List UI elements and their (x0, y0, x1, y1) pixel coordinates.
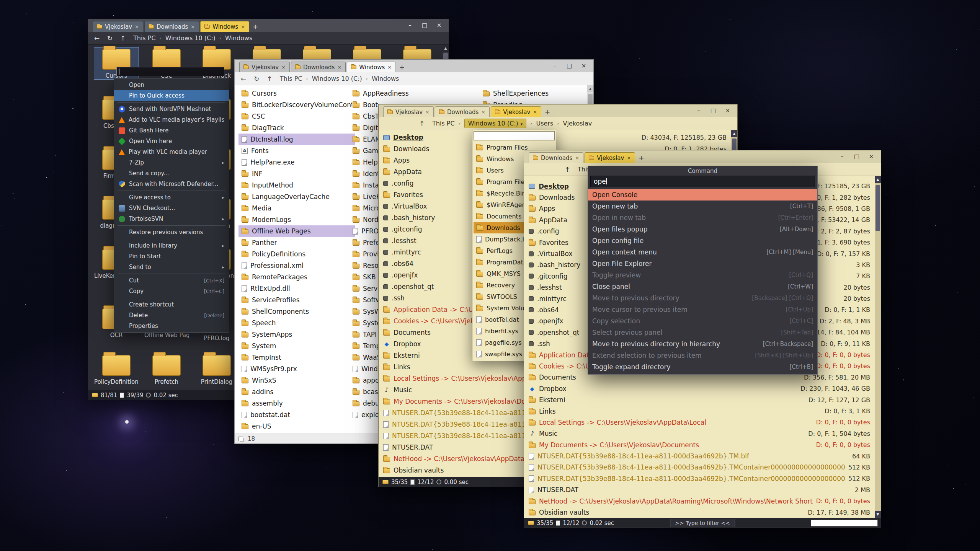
new-tab-button[interactable]: + (542, 107, 552, 117)
file-row-nethood[interactable]: NetHood -> C:\Users\Vjekoslav\AppData\Ro… (524, 496, 875, 507)
scroll-up-icon[interactable]: ▲ (875, 176, 881, 183)
file-row-rtlexupd-dll[interactable]: RtlExUpd.dll (238, 283, 355, 294)
file-row-serviceprofiles[interactable]: ServiceProfiles (238, 294, 355, 306)
file-row-helppane-exe[interactable]: HelpPane.exe (238, 156, 355, 168)
menu-item-open[interactable]: Open (114, 80, 229, 90)
menu-item-include-in-library[interactable]: Include in library▸ (114, 240, 229, 251)
file-row-tempinst[interactable]: TempInst (238, 352, 355, 363)
menu-item-restore-previous-versions[interactable]: Restore previous versions (114, 227, 229, 238)
breadcrumb-windows[interactable]: Windows (372, 75, 399, 82)
tab-downloads[interactable]: Downloads× (529, 152, 583, 163)
file-row-speech[interactable]: Speech (238, 317, 355, 329)
file-row-system[interactable]: System (238, 340, 355, 352)
breadcrumb-vjekoslav[interactable]: Vjekoslav (563, 120, 592, 127)
file-row-shellexperiences[interactable]: ShellExperiences (480, 88, 593, 99)
win4-scrollbar[interactable]: ▲▼ (875, 176, 881, 518)
tab-vjekoslav[interactable]: Vjekoslav× (491, 106, 541, 117)
up-button[interactable]: ↑ (417, 120, 427, 127)
tab-close-icon[interactable]: × (135, 24, 139, 29)
tab-close-icon[interactable]: × (241, 24, 245, 29)
file-row-ntuser-dat-53b39e88-18c4-11ea-a811-000d3aa4692b-tm-blf[interactable]: NTUSER.DAT{53b39e88-18c4-11ea-a811-000d3… (524, 450, 875, 461)
new-tab-button[interactable]: + (250, 22, 260, 32)
file-row-panther[interactable]: Panther (238, 237, 355, 248)
new-tab-button[interactable]: + (636, 153, 646, 163)
file-row-music[interactable]: ♪MusicD: 0, F: 1, 504 bytes (524, 428, 875, 439)
scroll-up-icon[interactable]: ▲ (443, 45, 449, 52)
file-row-dtcinstall-log[interactable]: DtcInstall.log (238, 134, 355, 145)
win3-titlebar[interactable]: Vjekoslav×Downloads×Vjekoslav×+ –□× (379, 104, 737, 117)
rename-input[interactable] (116, 67, 224, 76)
file-row-bootstat-dat[interactable]: bootstat.dat (238, 409, 355, 421)
file-row-modemlogs[interactable]: ModemLogs (238, 214, 355, 225)
breadcrumb-windows[interactable]: Windows (225, 34, 252, 42)
tab-vjekoslav[interactable]: Vjekoslav× (383, 106, 434, 117)
command-move-to-previous-directory[interactable]: Move to previous directory[Backspace] [C… (588, 292, 817, 304)
minimize-button[interactable]: – (403, 21, 417, 30)
tab-downloads[interactable]: Downloads× (291, 62, 346, 72)
menu-item-play-with-vlc-media-player[interactable]: Play with VLC media player (114, 147, 229, 157)
tab-windows[interactable]: Windows× (200, 21, 249, 32)
file-row-policydefinitions[interactable]: PolicyDefinitions (238, 248, 355, 260)
up-button[interactable]: ↑ (265, 75, 274, 83)
file-row-my-documents[interactable]: My Documents -> C:\Users\Vjekoslav\Docum… (524, 439, 875, 450)
command-open-files-popup[interactable]: Open files popup[Alt+Down] (588, 223, 817, 235)
menu-item-git-bash-here[interactable]: Git Bash Here (114, 125, 229, 136)
breadcrumb-windows-10-c[interactable]: Windows 10 (C:) (165, 34, 216, 42)
file-row-links[interactable]: LinksD: 0, F: 3, 1 KB (524, 406, 875, 417)
menu-item-tortoisesvn[interactable]: TortoiseSVN▸ (114, 214, 229, 224)
tab-close-icon[interactable]: × (481, 109, 485, 115)
file-row-shellcomponents[interactable]: ShellComponents (238, 306, 355, 317)
win1-titlebar[interactable]: Vjekoslav×Downloads×Windows×+ –□× (88, 19, 449, 32)
file-row-diagtrack[interactable]: DiagTrack (238, 122, 355, 134)
scroll-thumb[interactable] (875, 185, 880, 231)
file-row-bitlockerdiscoveryvolumecontents[interactable]: BitLockerDiscoveryVolumeContents (238, 99, 355, 111)
tab-close-icon[interactable]: × (627, 155, 631, 161)
command-open-console[interactable]: Open Console (588, 189, 817, 201)
command-open-file-explorer[interactable]: Open File Explorer (588, 258, 817, 269)
menu-item-add-to-vlc-media-player-s-playlist[interactable]: Add to VLC media player's Playlist (114, 114, 229, 125)
breadcrumb-this-pc[interactable]: This PC (133, 34, 156, 42)
file-row-appreadiness[interactable]: AppReadiness (350, 88, 466, 99)
file-row-en-us[interactable]: en-US (238, 421, 355, 432)
file-row-obsidian-vaults[interactable]: Obsidian vaultsD: 17, F: 149, 38 MB (524, 507, 875, 518)
file-row-assembly[interactable]: assembly (238, 398, 355, 409)
menu-item-give-access-to[interactable]: Give access to▸ (114, 192, 229, 203)
file-row-ntuser-dat-53b39e88-18c4-11ea-a811-000d3aa4692b-tmcontainer00000000000000000001-regtrans-ms[interactable]: NTUSER.DAT{53b39e88-18c4-11ea-a811-000d3… (524, 462, 875, 473)
menu-item-send-to[interactable]: Send to▸ (114, 262, 229, 272)
file-row-ntuser-dat-53b39e88-18c4-11ea-a811-000d3aa4692b-tmcontainer00000000000000000002-regtrans-ms[interactable]: NTUSER.DAT{53b39e88-18c4-11ea-a811-000d3… (524, 473, 875, 484)
grid-item-prefetch[interactable]: Prefetch (144, 354, 189, 385)
command-toggle-expand-directory[interactable]: Toggle expand directory[Ctrl+B] (588, 361, 817, 373)
new-tab-button[interactable]: + (397, 62, 407, 72)
file-row-addins[interactable]: addins (238, 386, 355, 398)
tab-close-icon[interactable]: × (281, 64, 286, 70)
menu-item-svn-checkout[interactable]: SVN Checkout... (114, 203, 229, 214)
minimize-button[interactable]: – (835, 152, 849, 161)
file-row-ntuser-dat[interactable]: NTUSER.DAT2 MB (524, 484, 875, 496)
breadcrumb-this-pc[interactable]: This PC (432, 120, 455, 127)
win2-titlebar[interactable]: Vjekoslav×Downloads×Windows×+ –□× (235, 60, 593, 72)
tab-vjekoslav[interactable]: Vjekoslav× (239, 62, 290, 72)
tab-close-icon[interactable]: × (575, 155, 579, 161)
file-row-wmsyspr9-prx[interactable]: WMSysPr9.prx (238, 363, 355, 375)
up-button[interactable]: ↑ (562, 166, 572, 173)
command-input[interactable]: ope (590, 176, 815, 187)
menu-item-cut[interactable]: Cut[Ctrl+X] (114, 275, 229, 286)
status-filter-input[interactable] (811, 520, 878, 527)
file-row-languageoverlaycache[interactable]: LanguageOverlayCache (238, 191, 355, 202)
win4-titlebar[interactable]: Downloads×Vjekoslav×+ –□× (524, 150, 881, 163)
tab-downloads[interactable]: Downloads× (435, 106, 490, 117)
maximize-button[interactable]: □ (417, 21, 432, 30)
dropdown-filter-input[interactable] (474, 131, 555, 140)
file-row-inf[interactable]: INF (238, 168, 355, 179)
scroll-up-icon[interactable]: ▲ (731, 130, 737, 137)
menu-item-send-with-nordvpn-meshnet[interactable]: Send with NordVPN Meshnet (114, 104, 229, 114)
file-row-local-settings[interactable]: Local Settings -> C:\Users\Vjekoslav\App… (524, 417, 875, 428)
file-row-csc[interactable]: CSC (238, 111, 355, 122)
tab-close-icon[interactable]: × (337, 64, 341, 70)
command-open-in-new-tab[interactable]: Open in new tab[Ctrl+Enter] (588, 212, 817, 223)
command-open-config-file[interactable]: Open config file (588, 235, 817, 246)
file-row-remotepackages[interactable]: RemotePackages (238, 271, 355, 283)
menu-item-properties[interactable]: Properties (114, 321, 229, 331)
back-button[interactable]: ← (238, 75, 248, 83)
command-copy-selection[interactable]: Copy selection[Ctrl+C] (588, 315, 817, 327)
